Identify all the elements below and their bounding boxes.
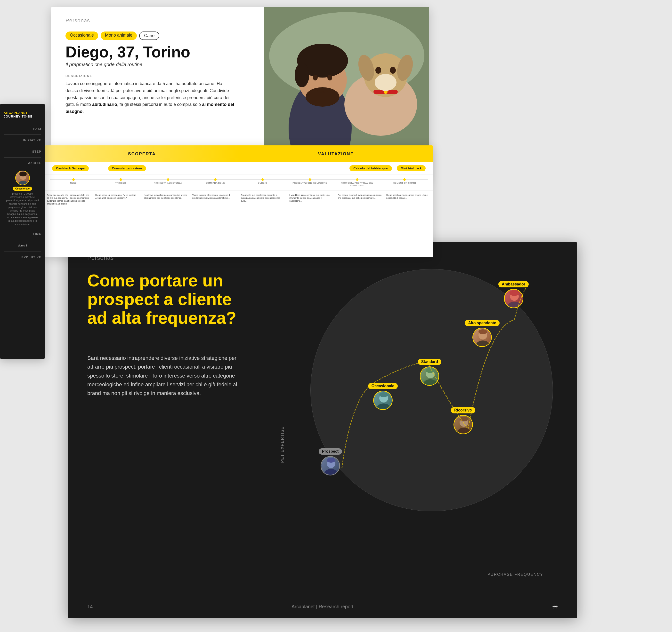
initiative-trial: Mini trial pack	[397, 165, 426, 171]
journey-title-arc: ARCAPLANET	[4, 111, 28, 115]
tag-cane: Cane	[139, 31, 159, 40]
journey-section-fasi: FASI	[0, 123, 45, 134]
axis-x-label: PURCHASE FREQUENCY	[487, 573, 543, 577]
step-comparazione-dot	[214, 178, 217, 181]
action-6: Il venditore gli presenta sul suo tablet…	[287, 193, 336, 206]
journey-initiatives: Cashback Satisapy Consulenza in-store Ca…	[45, 162, 433, 175]
descrizione-label: DESCRIZIONE	[66, 74, 264, 78]
action-1: Diego si è accorto che i croccantini lig…	[45, 193, 93, 206]
journey-section-evolutive: EVOLUTIVE	[0, 252, 45, 263]
action-3: Non trova in scaffale i croccantini che …	[142, 193, 190, 206]
svg-point-5	[295, 63, 309, 87]
svg-point-33	[460, 416, 468, 422]
bold-momento: al momento del bisogno.	[66, 102, 234, 114]
step-dubbio: DUBBIO	[239, 177, 286, 188]
initiative-consulenza: Consulenza in-store	[108, 165, 146, 171]
node-standard-avatar	[420, 366, 439, 386]
persona-page-label: Personas	[66, 18, 90, 24]
svg-point-20	[18, 181, 28, 185]
svg-point-24	[509, 290, 519, 296]
svg-point-23	[508, 302, 521, 308]
step-trigger: TRIGGER	[97, 177, 144, 188]
svg-point-26	[476, 340, 489, 347]
svg-point-18	[375, 74, 397, 91]
node-occasionale: Occasionale	[368, 383, 398, 410]
step-presentazione: PRESENTAZIONE SOLUZIONE	[286, 177, 333, 188]
svg-point-6	[306, 87, 339, 107]
prospect-heading-yellow: cliente	[178, 290, 232, 309]
prospect-heading-line2-normal: prospect a	[87, 290, 178, 309]
svg-point-21	[19, 172, 27, 176]
node-alto-avatar	[473, 328, 492, 347]
svg-point-32	[457, 428, 471, 434]
node-ambassador: Ambassador	[498, 281, 529, 308]
node-ricorsivo-label: Ricorsivo	[451, 407, 475, 413]
step-presentazione-label: PRESENTAZIONE SOLUZIONE	[292, 182, 327, 184]
axis-y-label: PET EXPERTISE	[280, 426, 285, 463]
step-trigger-dot	[120, 178, 122, 181]
action-4: Valuta insieme al venditore una serie di…	[190, 193, 239, 206]
step-proposta-label: PROPOSTA PROATTIVA DEL VENDITORE	[335, 182, 379, 186]
step-richiesta-label: RICHIESTA ASSISTENZA	[154, 182, 182, 184]
action-2: Diego riceve un messaggio: "Vieni in sto…	[93, 193, 142, 206]
step-dubbio-dot	[261, 178, 264, 181]
journey-avatar	[15, 171, 30, 185]
persona-subtitle: Il pragmatico che gode della routine	[66, 62, 264, 67]
step-moment: MOMENT OF TRUTH	[381, 177, 428, 188]
node-ricorsivo-avatar	[454, 415, 473, 434]
svg-point-39	[327, 458, 335, 463]
journey-persona-tag: Occasionale	[13, 186, 32, 191]
node-alto-label: Alto spendente	[465, 320, 500, 326]
journey-section-step: STEP	[0, 146, 45, 157]
slide-prospect: Personas Come portare un prospect a clie…	[68, 242, 577, 618]
action-8: Diego accetta di buon umore alcune ultim…	[384, 193, 433, 206]
node-alto-spendente: Alto spendente	[465, 320, 500, 347]
phase-valutazione: VALUTAZIONE	[239, 145, 433, 162]
journey-day: giorno 1	[4, 242, 41, 249]
journey-section-iniziative: INIZIATIVE	[0, 135, 45, 146]
action-7: Per essere sicuro di aver acquistato un …	[336, 193, 384, 206]
journey-section-azione: AZIONE	[0, 157, 45, 169]
step-trigger-label: TRIGGER	[115, 182, 126, 184]
action-5: Esprime la sua perplessità riguardo la q…	[239, 193, 287, 206]
journey-avatar-area: Occasionale Diego non è troppo interessa…	[0, 169, 45, 228]
step-need: NEED	[50, 177, 97, 188]
node-prospect-label: Prospect	[319, 448, 342, 455]
prospect-heading-line3: ad alta frequenza?	[87, 308, 236, 327]
svg-point-12	[390, 67, 396, 74]
slide-journey-wide: SCOPERTA VALUTAZIONE Cashback Satisapy C…	[45, 145, 433, 257]
node-standard-label: Standard	[418, 359, 441, 365]
svg-point-27	[478, 329, 487, 334]
persona-tags: Occasionale Mono animale Cane	[66, 31, 264, 40]
step-richiesta-dot	[167, 178, 169, 181]
svg-point-11	[376, 67, 381, 74]
step-proposta: PROPOSTA PROATTIVA DEL VENDITORE	[333, 177, 381, 188]
axis-x	[296, 562, 558, 562]
step-dubbio-label: DUBBIO	[258, 182, 267, 184]
persona-description: Lavora come ingegnere informatico in ban…	[66, 80, 235, 115]
axis-y	[296, 269, 296, 562]
bold-abitudinario: abitudinario	[92, 102, 117, 107]
step-moment-dot	[403, 178, 406, 181]
journey-title: ARCAPLANET JOURNEY TO-BE	[0, 104, 45, 123]
step-moment-label: MOMENT OF TRUTH	[393, 182, 416, 184]
persona-content: Occasionale Mono animale Cane Diego, 37,…	[66, 31, 264, 115]
step-richiesta: RICHIESTA ASSISTENZA	[144, 177, 192, 188]
node-prospect-avatar	[320, 456, 340, 476]
initiative-calcolo: Calcolo del fabbisogno	[350, 165, 392, 171]
slide-journey-sidebar: ARCAPLANET JOURNEY TO-BE FASI INIZIATIVE…	[0, 104, 45, 359]
journey-title-rest: JOURNEY TO-BE	[4, 115, 32, 118]
step-comparazione-label: COMPARAZIONE	[206, 182, 225, 184]
initiative-cashback: Cashback Satisapy	[52, 165, 89, 171]
step-need-dot	[72, 178, 75, 181]
tag-occasionale: Occasionale	[66, 31, 98, 40]
journey-persona-text: Diego non è troppo interessato a marche …	[4, 192, 41, 226]
step-proposta-dot	[356, 178, 358, 181]
prospect-body-text: Sarà necessario intraprendere diverse in…	[87, 354, 238, 398]
phase-scoperta: SCOPERTA	[45, 145, 239, 162]
svg-point-8	[328, 75, 332, 80]
step-need-label: NEED	[70, 182, 77, 184]
svg-point-30	[426, 368, 435, 373]
step-presentazione-dot	[309, 178, 311, 181]
prospect-heading-line1: Come portare un	[87, 271, 223, 290]
